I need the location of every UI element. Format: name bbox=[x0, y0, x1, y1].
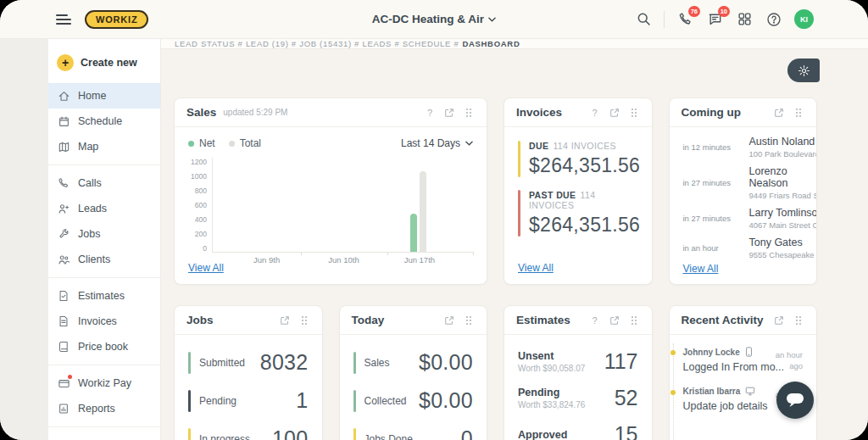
card-title: Invoices bbox=[516, 106, 562, 119]
expand-icon[interactable] bbox=[773, 107, 785, 119]
card-title: Estimates bbox=[516, 314, 570, 326]
drag-handle-icon[interactable] bbox=[463, 107, 475, 119]
help-icon[interactable]: ? bbox=[589, 107, 601, 119]
estimates-pending-row[interactable]: PendingWorth $33,824.76 52 bbox=[518, 380, 638, 416]
phone-icon bbox=[57, 176, 70, 190]
past-due-amount: $264,351.56 bbox=[529, 214, 640, 237]
dashboard-settings-tab[interactable] bbox=[787, 58, 820, 82]
sidebar-divider bbox=[48, 164, 160, 165]
sidebar-item-features[interactable]: Features NEW bbox=[48, 432, 160, 440]
user-avatar[interactable]: KI bbox=[794, 9, 814, 29]
phone-icon[interactable]: 76 bbox=[676, 10, 694, 29]
sidebar-item-estimates[interactable]: Estimates bbox=[48, 283, 160, 309]
net-bar[interactable] bbox=[410, 214, 417, 252]
total-bar[interactable] bbox=[420, 171, 426, 252]
invoices-view-all-link[interactable]: View All bbox=[518, 262, 554, 274]
sidebar-item-clients[interactable]: Clients bbox=[48, 247, 160, 272]
map-icon bbox=[57, 140, 70, 153]
clients-icon bbox=[57, 253, 70, 266]
sales-updated-time: updated 5:29 PM bbox=[223, 108, 287, 117]
help-icon[interactable]: ? bbox=[424, 107, 436, 119]
recent-activity-card: Recent Activity Johnny Locke bbox=[669, 305, 818, 440]
expand-icon[interactable] bbox=[443, 315, 455, 326]
sidebar-item-invoices[interactable]: Invoices bbox=[48, 309, 160, 334]
breadcrumb-bar: LEAD STATUS # LEAD (19) # JOB (15431) # … bbox=[161, 39, 868, 49]
chat-badge: 10 bbox=[718, 6, 730, 17]
invoice-doc-icon bbox=[57, 315, 70, 328]
sidebar-item-reports[interactable]: Reports bbox=[48, 396, 160, 421]
expand-icon[interactable] bbox=[279, 315, 291, 326]
drag-handle-icon[interactable] bbox=[793, 107, 804, 119]
dashboard-content: Sales updated 5:29 PM ? Net Total bbox=[161, 49, 868, 440]
coming-up-item[interactable]: in an hour Tony Gates9555 Chesapeake D.. bbox=[683, 233, 804, 263]
hamburger-menu-icon[interactable] bbox=[56, 14, 71, 25]
sidebar-item-jobs[interactable]: Jobs bbox=[48, 221, 160, 247]
jobs-pending-row[interactable]: Pending 1 bbox=[188, 382, 309, 420]
invoices-past-due-block: PAST DUE114 INVOICES $264,351.56 bbox=[518, 190, 638, 237]
sidebar-item-price-book[interactable]: Price book bbox=[48, 334, 160, 359]
sidebar-divider bbox=[48, 365, 160, 365]
legend-item-net[interactable]: Net bbox=[188, 137, 215, 149]
help-icon[interactable]: ? bbox=[589, 315, 601, 326]
calendar-icon bbox=[57, 114, 70, 128]
coming-up-item[interactable]: in 27 minutes Lorenzo Nealson9449 Friars… bbox=[683, 162, 804, 203]
chat-launcher-button[interactable] bbox=[776, 382, 814, 419]
estimates-unsent-row[interactable]: UnsentWorth $90,058.07 117 bbox=[518, 343, 638, 380]
activity-item[interactable]: Johnny Locke Logged In From mo... an hou… bbox=[683, 343, 804, 383]
expand-icon[interactable] bbox=[443, 107, 455, 119]
chat-bubble-icon bbox=[785, 391, 805, 409]
total-legend-dot bbox=[229, 141, 235, 147]
today-sales-row[interactable]: Sales $0.00 bbox=[353, 343, 474, 382]
coming-up-item[interactable]: in 12 minutes Austin Noland100 Park Boul… bbox=[683, 132, 804, 162]
drag-handle-icon[interactable] bbox=[793, 315, 804, 326]
company-switcher[interactable]: AC-DC Heating & Air bbox=[372, 13, 496, 25]
topbar-divider bbox=[664, 11, 665, 28]
expand-icon[interactable] bbox=[773, 315, 785, 326]
expand-icon[interactable] bbox=[609, 107, 620, 119]
drag-handle-icon[interactable] bbox=[628, 315, 640, 326]
sidebar-divider bbox=[48, 426, 160, 427]
card-title: Today bbox=[352, 314, 385, 326]
due-accent-bar bbox=[518, 141, 520, 177]
card-title: Sales bbox=[186, 106, 216, 119]
today-collected-row[interactable]: Collected $0.00 bbox=[353, 382, 474, 420]
sidebar-item-schedule[interactable]: Schedule bbox=[48, 109, 160, 134]
sales-bar-chart: 120010008006004002000 bbox=[188, 158, 473, 253]
card-title: Coming up bbox=[682, 106, 742, 119]
today-card: Today Sales $0.00 bbox=[339, 305, 488, 440]
coming-up-view-all-link[interactable]: View All bbox=[683, 263, 719, 275]
expand-icon[interactable] bbox=[609, 315, 620, 326]
legend-item-total[interactable]: Total bbox=[229, 137, 261, 149]
workiz-logo[interactable]: WORKIZ bbox=[85, 10, 148, 29]
sales-view-all-link[interactable]: View All bbox=[188, 262, 224, 274]
chevron-down-icon bbox=[488, 17, 496, 22]
notification-dot bbox=[68, 375, 72, 379]
timeline-dot bbox=[670, 390, 676, 395]
estimates-approved-row[interactable]: Approved 15 bbox=[518, 416, 638, 440]
estimate-doc-icon bbox=[57, 289, 70, 303]
breadcrumb[interactable]: LEAD STATUS # LEAD (19) # JOB (15431) # … bbox=[175, 39, 520, 48]
past-due-accent-bar bbox=[518, 190, 520, 237]
sidebar-item-map[interactable]: Map bbox=[48, 134, 160, 159]
sidebar-item-calls[interactable]: Calls bbox=[48, 170, 160, 196]
today-jobs-done-row[interactable]: Jobs Done 0 bbox=[353, 420, 474, 440]
invoices-due-block: DUE114 INVOICES $264,351.56 bbox=[518, 141, 638, 177]
chat-icon[interactable]: 10 bbox=[705, 10, 724, 29]
drag-handle-icon[interactable] bbox=[463, 315, 475, 326]
help-icon[interactable] bbox=[765, 10, 783, 29]
sidebar-item-leads[interactable]: Leads bbox=[48, 196, 160, 221]
gear-icon bbox=[798, 64, 810, 77]
jobs-in-progress-row[interactable]: In progress 100 bbox=[188, 420, 309, 440]
coming-up-item[interactable]: in 27 minutes Larry Tomlinson4067 Main S… bbox=[683, 203, 804, 233]
sidebar-item-workiz-pay[interactable]: Workiz Pay bbox=[48, 370, 160, 396]
jobs-submitted-row[interactable]: Submitted 8032 bbox=[188, 343, 309, 382]
sidebar-item-home[interactable]: Home bbox=[48, 83, 160, 109]
apps-grid-icon[interactable] bbox=[735, 10, 754, 29]
search-icon[interactable] bbox=[634, 10, 653, 29]
drag-handle-icon[interactable] bbox=[628, 107, 640, 119]
create-new-button[interactable]: + Create new bbox=[48, 49, 160, 83]
chart-legend: Net Total Last 14 Days bbox=[188, 136, 473, 158]
date-range-dropdown[interactable]: Last 14 Days bbox=[401, 137, 473, 149]
app-window: WORKIZ AC-DC Heating & Air 76 10 bbox=[0, 0, 868, 440]
drag-handle-icon[interactable] bbox=[298, 315, 310, 326]
